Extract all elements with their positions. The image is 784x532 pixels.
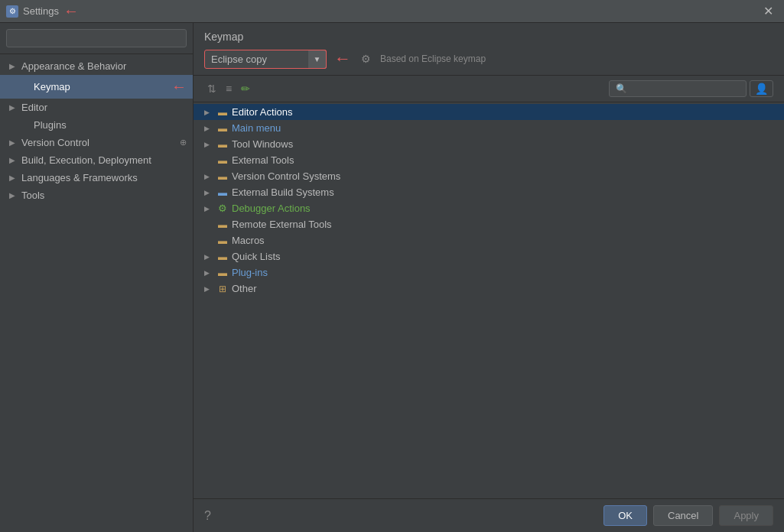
tree-expand-arrow: ▶ <box>204 285 213 293</box>
tree-item-plug-ins[interactable]: ▶ ▬ Plug-ins <box>194 264 784 281</box>
sidebar-item-label: Appearance & Behavior <box>21 60 187 72</box>
folder-blue-icon: ▬ <box>216 187 229 198</box>
window-title: Settings <box>23 5 59 17</box>
app-icon: ⚙ <box>6 5 18 18</box>
tree-item-version-control-systems[interactable]: ▶ ▬ Version Control Systems <box>194 168 784 184</box>
tree-expand-arrow: ▶ <box>204 189 213 196</box>
toolbar-collapse-button[interactable]: ≡ <box>223 81 235 96</box>
sidebar: ▶ Appearance & Behavior Keymap ← ▶ Edito… <box>0 23 194 532</box>
close-button[interactable]: ✕ <box>759 2 778 20</box>
tree-item-label: External Build Systems <box>232 187 773 198</box>
cancel-button[interactable]: Cancel <box>653 505 713 526</box>
footer: ? OK Cancel Apply <box>194 498 784 532</box>
sidebar-item-tools[interactable]: ▶ Tools <box>0 187 193 204</box>
tree-item-debugger-actions[interactable]: ▶ ⚙ Debugger Actions <box>194 200 784 216</box>
folder-icon: ▬ <box>216 219 229 230</box>
tree-item-label: Debugger Actions <box>232 203 773 214</box>
title-bar: ⚙ Settings ← ✕ <box>0 0 784 23</box>
sidebar-item-appearance[interactable]: ▶ Appearance & Behavior <box>0 57 193 75</box>
tree-item-label: Macros <box>232 235 773 246</box>
toolbar-user-button[interactable]: 👤 <box>750 80 773 97</box>
sidebar-item-label: Languages & Frameworks <box>21 172 187 183</box>
tree-item-tool-windows[interactable]: ▶ ▬ Tool Windows <box>194 136 784 152</box>
tree-expand-arrow: ▶ <box>204 109 213 116</box>
sidebar-item-label: Editor <box>21 102 187 113</box>
expand-arrow: ▶ <box>9 156 18 164</box>
sidebar-item-build-execution[interactable]: ▶ Build, Execution, Deployment <box>0 151 193 169</box>
expand-arrow: ▶ <box>9 174 18 182</box>
sidebar-item-version-control[interactable]: ▶ Version Control ⊕ <box>0 134 193 151</box>
sidebar-item-plugins[interactable]: Plugins <box>0 116 193 134</box>
debugger-icon: ⚙ <box>216 203 229 214</box>
apply-button[interactable]: Apply <box>719 505 773 526</box>
tree-item-main-menu[interactable]: ▶ ▬ Main menu <box>194 120 784 136</box>
tree-item-label: Plug-ins <box>232 267 773 278</box>
tree-item-other[interactable]: ▶ ⊞ Other <box>194 281 784 297</box>
sidebar-item-editor[interactable]: ▶ Editor <box>0 99 193 116</box>
folder-icon: ▬ <box>216 171 229 182</box>
tree-item-label: Remote External Tools <box>232 219 773 230</box>
keymap-header: Keymap Eclipse copy Default Eclipse Emac… <box>194 23 784 76</box>
expand-arrow: ▶ <box>9 62 18 70</box>
folder-icon: ▬ <box>216 235 229 246</box>
sidebar-search-wrapper <box>0 23 193 54</box>
tree-expand-arrow: ▶ <box>204 125 213 132</box>
sidebar-search-input[interactable] <box>6 29 187 47</box>
tree-item-label: Other <box>232 283 773 294</box>
keymap-arrow-annotation: ← <box>171 78 187 96</box>
dropdown-arrow-button[interactable]: ▼ <box>308 50 327 69</box>
expand-arrow: ▶ <box>9 191 18 200</box>
sidebar-item-label: Build, Execution, Deployment <box>21 154 187 166</box>
folder-icon: ▬ <box>216 268 229 278</box>
sidebar-item-keymap[interactable]: Keymap ← <box>0 75 193 99</box>
vc-icon: ⊕ <box>180 138 187 148</box>
sidebar-item-label: Version Control <box>21 137 177 148</box>
dropdown-arrow-annotation: ← <box>334 49 351 69</box>
keymap-controls-row: Eclipse copy Default Eclipse Emacs Mac O… <box>204 49 773 69</box>
tree-expand-arrow: ▶ <box>204 205 213 212</box>
help-button[interactable]: ? <box>204 509 211 523</box>
keymap-based-on-label: Based on Eclipse keymap <box>380 54 486 64</box>
tree-expand-arrow: ▶ <box>204 173 213 180</box>
toolbar-search-wrapper: 👤 <box>609 80 773 97</box>
sidebar-item-label: Keymap <box>34 81 165 92</box>
ok-button[interactable]: OK <box>603 505 647 526</box>
tree-item-label: Quick Lists <box>232 251 773 262</box>
tree-expand-arrow: ▶ <box>204 253 213 261</box>
folder-icon: ▬ <box>216 107 229 118</box>
folder-icon: ▬ <box>216 251 229 262</box>
tree-expand-arrow: ▶ <box>204 141 213 148</box>
toolbar-expand-button[interactable]: ⇅ <box>204 81 220 96</box>
tree-item-remote-external-tools[interactable]: ▶ ▬ Remote External Tools <box>194 216 784 232</box>
tree-item-macros[interactable]: ▶ ▬ Macros <box>194 232 784 248</box>
tree-item-external-build-systems[interactable]: ▶ ▬ External Build Systems <box>194 184 784 200</box>
expand-arrow: ▶ <box>9 138 18 147</box>
tree-item-quick-lists[interactable]: ▶ ▬ Quick Lists <box>194 248 784 264</box>
sidebar-items-list: ▶ Appearance & Behavior Keymap ← ▶ Edito… <box>0 54 193 532</box>
toolbar-edit-button[interactable]: ✏ <box>238 81 253 96</box>
content-area: Keymap Eclipse copy Default Eclipse Emac… <box>194 23 784 532</box>
footer-buttons: OK Cancel Apply <box>603 505 773 526</box>
title-arrow-annotation: ← <box>63 2 79 20</box>
tree-item-label: Editor Actions <box>232 106 773 118</box>
title-bar-left: ⚙ Settings ← <box>6 2 79 20</box>
keymap-section-title: Keymap <box>204 31 773 43</box>
keymap-dropdown-wrapper: Eclipse copy Default Eclipse Emacs Mac O… <box>204 50 327 69</box>
sidebar-item-label: Plugins <box>34 119 187 131</box>
other-icon: ⊞ <box>216 284 229 294</box>
folder-icon: ▬ <box>216 123 229 134</box>
keymap-search-input[interactable] <box>609 80 747 97</box>
sidebar-item-languages[interactable]: ▶ Languages & Frameworks <box>0 169 193 187</box>
tree-item-label: Main menu <box>232 122 773 134</box>
tree-item-label: Version Control Systems <box>232 170 773 182</box>
tree-item-label: Tool Windows <box>232 138 773 150</box>
keymap-gear-button[interactable]: ⚙ <box>357 50 374 67</box>
main-container: ▶ Appearance & Behavior Keymap ← ▶ Edito… <box>0 23 784 532</box>
tree-item-label: External Tools <box>232 154 773 166</box>
folder-icon: ▬ <box>216 139 229 150</box>
keymap-tree-list: ▶ ▬ Editor Actions ▶ ▬ Main menu ▶ ▬ Too… <box>194 102 784 498</box>
tree-expand-arrow: ▶ <box>204 269 213 277</box>
folder-icon: ▬ <box>216 155 229 166</box>
tree-item-external-tools[interactable]: ▶ ▬ External Tools <box>194 152 784 168</box>
tree-item-editor-actions[interactable]: ▶ ▬ Editor Actions <box>194 104 784 120</box>
